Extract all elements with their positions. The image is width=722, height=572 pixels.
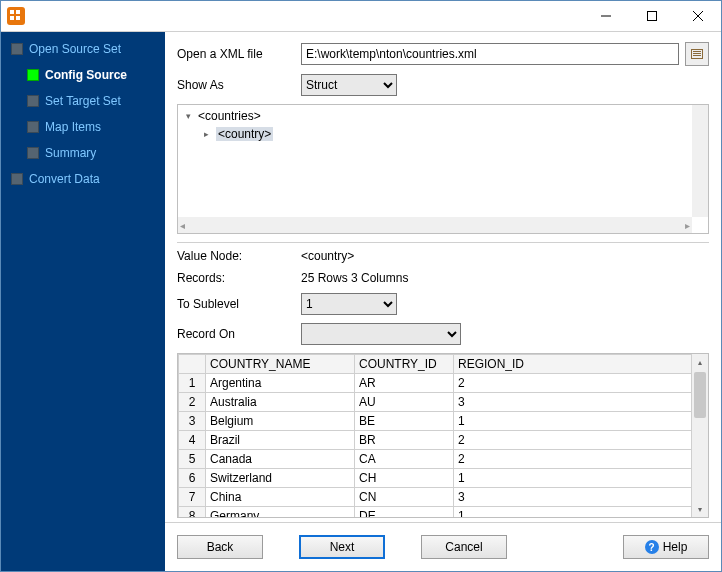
help-icon: ? bbox=[645, 540, 659, 554]
cell[interactable]: 1 bbox=[454, 469, 692, 488]
table-row[interactable]: 8GermanyDE1 bbox=[179, 507, 692, 519]
sidebar-item-set-target-set[interactable]: Set Target Set bbox=[1, 90, 165, 112]
maximize-button[interactable] bbox=[629, 1, 675, 31]
row-number: 3 bbox=[179, 412, 206, 431]
cell[interactable]: BE bbox=[355, 412, 454, 431]
sidebar-item-summary[interactable]: Summary bbox=[1, 142, 165, 164]
cell[interactable]: 3 bbox=[454, 393, 692, 412]
open-file-label: Open a XML file bbox=[177, 47, 301, 61]
structure-tree-panel: ▾<countries> ▸<country> ◂▸ bbox=[177, 104, 709, 234]
table-row[interactable]: 1ArgentinaAR2 bbox=[179, 374, 692, 393]
separator bbox=[177, 242, 709, 243]
minimize-button[interactable] bbox=[583, 1, 629, 31]
cell[interactable]: CA bbox=[355, 450, 454, 469]
to-sublevel-label: To Sublevel bbox=[177, 297, 301, 311]
vertical-scrollbar[interactable] bbox=[692, 105, 708, 217]
cell[interactable]: 1 bbox=[454, 412, 692, 431]
svg-rect-10 bbox=[693, 53, 701, 54]
data-grid: COUNTRY_NAME COUNTRY_ID REGION_ID 1Argen… bbox=[177, 353, 709, 518]
file-path-input[interactable] bbox=[301, 43, 679, 65]
cell[interactable]: 2 bbox=[454, 450, 692, 469]
cell[interactable]: DE bbox=[355, 507, 454, 519]
record-on-select[interactable] bbox=[301, 323, 461, 345]
cell[interactable]: Germany bbox=[206, 507, 355, 519]
row-number: 7 bbox=[179, 488, 206, 507]
records-value: 25 Rows 3 Columns bbox=[301, 271, 408, 285]
cell[interactable]: AU bbox=[355, 393, 454, 412]
browse-button[interactable] bbox=[685, 42, 709, 66]
sidebar-item-config-source[interactable]: Config Source bbox=[1, 64, 165, 86]
show-as-label: Show As bbox=[177, 78, 301, 92]
records-label: Records: bbox=[177, 271, 301, 285]
next-button[interactable]: Next bbox=[299, 535, 385, 559]
value-node-label: Value Node: bbox=[177, 249, 301, 263]
sidebar-item-map-items[interactable]: Map Items bbox=[1, 116, 165, 138]
cell[interactable]: CN bbox=[355, 488, 454, 507]
app-window: Open Source Set Config Source Set Target… bbox=[0, 0, 722, 572]
table-row[interactable]: 2AustraliaAU3 bbox=[179, 393, 692, 412]
cell[interactable]: Australia bbox=[206, 393, 355, 412]
horizontal-scrollbar[interactable]: ◂▸ bbox=[178, 217, 692, 233]
table-row[interactable]: 3BelgiumBE1 bbox=[179, 412, 692, 431]
wizard-sidebar: Open Source Set Config Source Set Target… bbox=[1, 32, 165, 571]
row-number: 1 bbox=[179, 374, 206, 393]
cell[interactable]: AR bbox=[355, 374, 454, 393]
back-button[interactable]: Back bbox=[177, 535, 263, 559]
scroll-thumb[interactable] bbox=[694, 372, 706, 418]
cell[interactable]: CH bbox=[355, 469, 454, 488]
row-number: 4 bbox=[179, 431, 206, 450]
table-row[interactable]: 6SwitzerlandCH1 bbox=[179, 469, 692, 488]
close-button[interactable] bbox=[675, 1, 721, 31]
grid-vertical-scrollbar[interactable]: ▴ ▾ bbox=[692, 354, 708, 517]
cell[interactable]: 3 bbox=[454, 488, 692, 507]
cell[interactable]: 2 bbox=[454, 431, 692, 450]
cell[interactable]: Brazil bbox=[206, 431, 355, 450]
wizard-footer: Back Next Cancel ?Help bbox=[165, 522, 721, 571]
to-sublevel-select[interactable]: 1 bbox=[301, 293, 397, 315]
cell[interactable]: BR bbox=[355, 431, 454, 450]
svg-rect-1 bbox=[16, 10, 20, 14]
svg-rect-3 bbox=[16, 16, 20, 20]
help-button[interactable]: ?Help bbox=[623, 535, 709, 559]
row-number: 8 bbox=[179, 507, 206, 519]
svg-rect-9 bbox=[693, 51, 701, 52]
cell[interactable]: 2 bbox=[454, 374, 692, 393]
row-number: 2 bbox=[179, 393, 206, 412]
collapse-icon[interactable]: ▾ bbox=[182, 110, 194, 122]
table-row[interactable]: 4BrazilBR2 bbox=[179, 431, 692, 450]
sidebar-item-open-source-set[interactable]: Open Source Set bbox=[1, 38, 165, 60]
value-node-value: <country> bbox=[301, 249, 354, 263]
column-header[interactable]: COUNTRY_ID bbox=[355, 355, 454, 374]
table-row[interactable]: 5CanadaCA2 bbox=[179, 450, 692, 469]
column-header[interactable]: COUNTRY_NAME bbox=[206, 355, 355, 374]
svg-rect-0 bbox=[10, 10, 14, 14]
cell[interactable]: China bbox=[206, 488, 355, 507]
row-header-blank bbox=[179, 355, 206, 374]
cancel-button[interactable]: Cancel bbox=[421, 535, 507, 559]
svg-rect-5 bbox=[648, 12, 657, 21]
expand-icon[interactable]: ▸ bbox=[200, 128, 212, 140]
svg-rect-2 bbox=[10, 16, 14, 20]
column-header[interactable]: REGION_ID bbox=[454, 355, 692, 374]
show-as-select[interactable]: Struct bbox=[301, 74, 397, 96]
row-number: 6 bbox=[179, 469, 206, 488]
cell[interactable]: Argentina bbox=[206, 374, 355, 393]
titlebar bbox=[1, 1, 721, 32]
app-icon bbox=[7, 7, 25, 25]
sidebar-item-convert-data[interactable]: Convert Data bbox=[1, 168, 165, 190]
cell[interactable]: Belgium bbox=[206, 412, 355, 431]
table-row[interactable]: 7ChinaCN3 bbox=[179, 488, 692, 507]
row-number: 5 bbox=[179, 450, 206, 469]
tree-node-countries[interactable]: ▾<countries> bbox=[182, 107, 688, 125]
cell[interactable]: Switzerland bbox=[206, 469, 355, 488]
scroll-up-icon[interactable]: ▴ bbox=[692, 354, 708, 370]
cell[interactable]: 1 bbox=[454, 507, 692, 519]
cell[interactable]: Canada bbox=[206, 450, 355, 469]
tree-node-country[interactable]: ▸<country> bbox=[182, 125, 688, 143]
svg-rect-11 bbox=[693, 55, 701, 56]
scroll-down-icon[interactable]: ▾ bbox=[692, 501, 708, 517]
record-on-label: Record On bbox=[177, 327, 301, 341]
